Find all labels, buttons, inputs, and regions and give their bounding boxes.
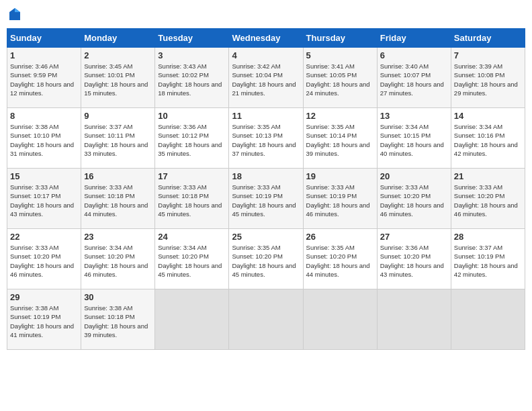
day-cell: 4 Sunrise: 3:42 AMSunset: 10:04 PMDaylig… (229, 48, 303, 108)
day-info: Sunrise: 3:43 AMSunset: 10:02 PMDaylight… (158, 62, 226, 97)
day-number: 17 (158, 171, 226, 181)
day-info: Sunrise: 3:34 AMSunset: 10:20 PMDaylight… (158, 243, 226, 279)
day-cell: 18 Sunrise: 3:33 AMSunset: 10:19 PMDayli… (229, 169, 303, 229)
day-info: Sunrise: 3:34 AMSunset: 10:16 PMDaylight… (454, 122, 522, 158)
day-cell: 23 Sunrise: 3:34 AMSunset: 10:20 PMDayli… (81, 229, 155, 289)
header-wednesday: Wednesday (229, 29, 303, 48)
day-cell: 30 Sunrise: 3:38 AMSunset: 10:18 PMDayli… (81, 289, 155, 350)
day-info: Sunrise: 3:36 AMSunset: 10:12 PMDaylight… (158, 122, 226, 158)
day-cell: 12 Sunrise: 3:35 AMSunset: 10:14 PMDayli… (303, 108, 377, 169)
day-info: Sunrise: 3:34 AMSunset: 10:20 PMDaylight… (84, 243, 152, 279)
day-info: Sunrise: 3:38 AMSunset: 10:18 PMDaylight… (84, 304, 152, 339)
day-info: Sunrise: 3:35 AMSunset: 10:13 PMDaylight… (232, 122, 300, 158)
day-number: 13 (380, 111, 448, 121)
day-info: Sunrise: 3:45 AMSunset: 10:01 PMDaylight… (84, 62, 152, 97)
day-cell: 11 Sunrise: 3:35 AMSunset: 10:13 PMDayli… (229, 108, 303, 169)
day-info: Sunrise: 3:38 AMSunset: 10:19 PMDaylight… (10, 304, 78, 339)
day-info: Sunrise: 3:34 AMSunset: 10:15 PMDaylight… (380, 122, 448, 158)
day-cell: 15 Sunrise: 3:33 AMSunset: 10:17 PMDayli… (7, 169, 81, 229)
week-row-2: 8 Sunrise: 3:38 AMSunset: 10:10 PMDaylig… (7, 108, 525, 169)
day-number: 25 (232, 232, 300, 242)
day-number: 10 (158, 111, 226, 121)
day-cell: 17 Sunrise: 3:33 AMSunset: 10:18 PMDayli… (155, 169, 229, 229)
day-number: 23 (84, 232, 152, 242)
day-number: 15 (10, 171, 78, 181)
day-info: Sunrise: 3:33 AMSunset: 10:19 PMDaylight… (232, 183, 300, 218)
day-cell: 28 Sunrise: 3:37 AMSunset: 10:19 PMDayli… (451, 229, 525, 289)
day-info: Sunrise: 3:33 AMSunset: 10:20 PMDaylight… (10, 243, 78, 279)
day-cell: 13 Sunrise: 3:34 AMSunset: 10:15 PMDayli… (377, 108, 451, 169)
day-info: Sunrise: 3:40 AMSunset: 10:07 PMDaylight… (380, 62, 448, 97)
logo (7, 7, 24, 23)
day-number: 28 (454, 232, 522, 242)
day-number: 6 (380, 50, 448, 60)
day-cell: 24 Sunrise: 3:34 AMSunset: 10:20 PMDayli… (155, 229, 229, 289)
day-number: 4 (232, 50, 300, 60)
day-info: Sunrise: 3:46 AMSunset: 9:59 PMDaylight:… (10, 62, 78, 97)
header-thursday: Thursday (303, 29, 377, 48)
day-info: Sunrise: 3:33 AMSunset: 10:20 PMDaylight… (454, 183, 522, 218)
day-number: 16 (84, 171, 152, 181)
day-info: Sunrise: 3:39 AMSunset: 10:08 PMDaylight… (454, 62, 522, 97)
day-info: Sunrise: 3:35 AMSunset: 10:20 PMDaylight… (232, 243, 300, 279)
day-number: 18 (232, 171, 300, 181)
day-info: Sunrise: 3:33 AMSunset: 10:19 PMDaylight… (306, 183, 374, 218)
day-number: 29 (10, 292, 78, 302)
day-cell (303, 289, 377, 350)
header-sunday: Sunday (7, 29, 81, 48)
day-cell: 3 Sunrise: 3:43 AMSunset: 10:02 PMDaylig… (155, 48, 229, 108)
page-header (7, 7, 525, 23)
day-cell: 20 Sunrise: 3:33 AMSunset: 10:20 PMDayli… (377, 169, 451, 229)
header-saturday: Saturday (451, 29, 525, 48)
day-number: 3 (158, 50, 226, 60)
day-number: 1 (10, 50, 78, 60)
week-row-4: 22 Sunrise: 3:33 AMSunset: 10:20 PMDayli… (7, 229, 525, 289)
header-tuesday: Tuesday (155, 29, 229, 48)
day-cell: 1 Sunrise: 3:46 AMSunset: 9:59 PMDayligh… (7, 48, 81, 108)
day-number: 24 (158, 232, 226, 242)
header-friday: Friday (377, 29, 451, 48)
day-cell: 26 Sunrise: 3:35 AMSunset: 10:20 PMDayli… (303, 229, 377, 289)
week-row-1: 1 Sunrise: 3:46 AMSunset: 9:59 PMDayligh… (7, 48, 525, 108)
logo-icon (7, 7, 23, 23)
day-info: Sunrise: 3:35 AMSunset: 10:14 PMDaylight… (306, 122, 374, 158)
day-info: Sunrise: 3:42 AMSunset: 10:04 PMDaylight… (232, 62, 300, 97)
day-cell: 29 Sunrise: 3:38 AMSunset: 10:19 PMDayli… (7, 289, 81, 350)
day-info: Sunrise: 3:36 AMSunset: 10:20 PMDaylight… (380, 243, 448, 279)
day-cell: 5 Sunrise: 3:41 AMSunset: 10:05 PMDaylig… (303, 48, 377, 108)
day-info: Sunrise: 3:33 AMSunset: 10:20 PMDaylight… (380, 183, 448, 218)
day-number: 11 (232, 111, 300, 121)
day-number: 26 (306, 232, 374, 242)
day-info: Sunrise: 3:37 AMSunset: 10:19 PMDaylight… (454, 243, 522, 279)
day-cell: 6 Sunrise: 3:40 AMSunset: 10:07 PMDaylig… (377, 48, 451, 108)
day-cell: 14 Sunrise: 3:34 AMSunset: 10:16 PMDayli… (451, 108, 525, 169)
day-number: 21 (454, 171, 522, 181)
day-number: 22 (10, 232, 78, 242)
day-number: 19 (306, 171, 374, 181)
day-cell: 19 Sunrise: 3:33 AMSunset: 10:19 PMDayli… (303, 169, 377, 229)
day-number: 12 (306, 111, 374, 121)
day-info: Sunrise: 3:41 AMSunset: 10:05 PMDaylight… (306, 62, 374, 97)
header-row: SundayMondayTuesdayWednesdayThursdayFrid… (7, 29, 525, 48)
day-cell: 16 Sunrise: 3:33 AMSunset: 10:18 PMDayli… (81, 169, 155, 229)
day-cell: 7 Sunrise: 3:39 AMSunset: 10:08 PMDaylig… (451, 48, 525, 108)
day-number: 5 (306, 50, 374, 60)
day-info: Sunrise: 3:33 AMSunset: 10:18 PMDaylight… (158, 183, 226, 218)
header-monday: Monday (81, 29, 155, 48)
day-number: 2 (84, 50, 152, 60)
day-cell: 8 Sunrise: 3:38 AMSunset: 10:10 PMDaylig… (7, 108, 81, 169)
day-cell: 9 Sunrise: 3:37 AMSunset: 10:11 PMDaylig… (81, 108, 155, 169)
day-cell (155, 289, 229, 350)
day-cell (229, 289, 303, 350)
day-info: Sunrise: 3:37 AMSunset: 10:11 PMDaylight… (84, 122, 152, 158)
day-cell (451, 289, 525, 350)
day-info: Sunrise: 3:38 AMSunset: 10:10 PMDaylight… (10, 122, 78, 158)
day-cell: 22 Sunrise: 3:33 AMSunset: 10:20 PMDayli… (7, 229, 81, 289)
week-row-5: 29 Sunrise: 3:38 AMSunset: 10:19 PMDayli… (7, 289, 525, 350)
day-number: 7 (454, 50, 522, 60)
day-number: 30 (84, 292, 152, 302)
day-info: Sunrise: 3:35 AMSunset: 10:20 PMDaylight… (306, 243, 374, 279)
day-info: Sunrise: 3:33 AMSunset: 10:17 PMDaylight… (10, 183, 78, 218)
day-cell: 25 Sunrise: 3:35 AMSunset: 10:20 PMDayli… (229, 229, 303, 289)
week-row-3: 15 Sunrise: 3:33 AMSunset: 10:17 PMDayli… (7, 169, 525, 229)
